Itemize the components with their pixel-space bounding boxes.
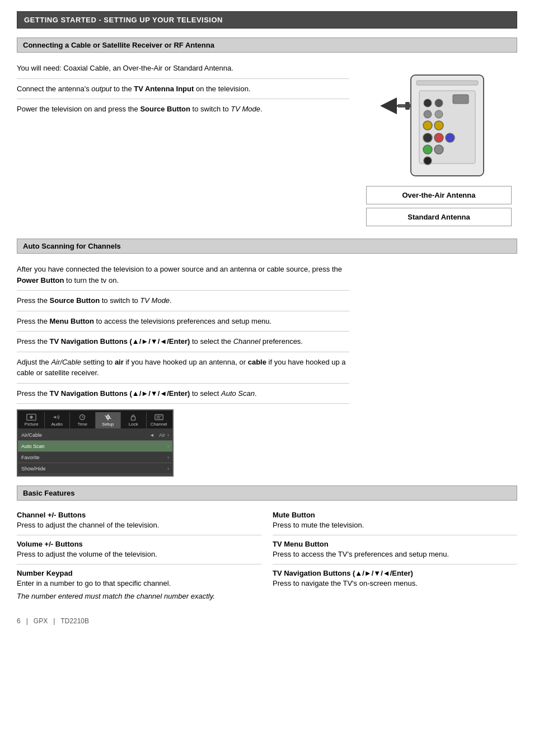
menu-tabs-row: Picture Audio [18, 410, 172, 428]
menu-row-autoscan: Auto Scan › [18, 441, 172, 452]
svg-point-7 [435, 99, 443, 107]
auto-scan-para-2: Press the Source Button to switch to TV … [17, 291, 349, 311]
feature-nav-buttons: TV Navigation Buttons (▲/►/▼/◄/Enter) Pr… [273, 564, 517, 593]
auto-scan-content: After you have connected the television … [17, 259, 517, 477]
svg-marker-0 [380, 97, 397, 114]
connecting-para-3: Power the television on and press the So… [17, 99, 349, 119]
svg-point-11 [434, 121, 443, 130]
svg-point-21 [30, 416, 33, 418]
features-grid: Channel +/- Buttons Press to adjust the … [17, 506, 517, 606]
feature-number-keypad: Number Keypad Enter in a number to go to… [17, 564, 261, 605]
auto-scan-para-4: Press the TV Navigation Buttons (▲/►/▼/◄… [17, 332, 349, 352]
auto-scan-header: Auto Scanning for Channels [17, 239, 517, 254]
tv-illustration [366, 58, 512, 181]
menu-tab-audio: Audio [45, 412, 71, 428]
svg-point-12 [423, 133, 432, 142]
menu-tab-channel: Channel [147, 412, 172, 428]
svg-point-15 [423, 145, 432, 154]
feature-mute-button: Mute Button Press to mute the television… [273, 506, 517, 535]
menu-row-favorite: Favorite › [18, 452, 172, 463]
svg-line-29 [105, 416, 106, 416]
page-footer: 6 | GPX | TD2210B [17, 617, 517, 625]
auto-scan-para-1: After you have connected the television … [17, 259, 349, 291]
svg-point-16 [434, 145, 443, 154]
menu-tab-time: Time [70, 412, 96, 428]
auto-scan-para-5: Adjust the Air/Cable setting to air if y… [17, 352, 349, 384]
basic-features-header: Basic Features [17, 486, 517, 501]
antenna-labels: Over-the-Air Antenna Standard Antenna [366, 186, 512, 230]
menu-screenshot: Picture Audio [17, 409, 174, 477]
connecting-content: You will need: Coaxial Cable, an Over-th… [17, 58, 517, 230]
svg-point-6 [424, 99, 432, 107]
feature-channel-buttons: Channel +/- Buttons Press to adjust the … [17, 506, 261, 535]
svg-rect-31 [132, 417, 135, 420]
auto-scan-section: Auto Scanning for Channels After you hav… [17, 239, 517, 477]
connecting-right: Over-the-Air Antenna Standard Antenna [360, 58, 517, 230]
svg-point-14 [446, 133, 455, 142]
connecting-para-1: You will need: Coaxial Cable, an Over-th… [17, 58, 349, 79]
svg-line-30 [110, 418, 111, 418]
auto-scan-para-6: Press the TV Navigation Buttons (▲/►/▼/◄… [17, 384, 349, 404]
menu-tab-lock: Lock [121, 412, 147, 428]
over-air-antenna-label: Over-the-Air Antenna [366, 186, 512, 204]
feature-volume-buttons: Volume +/- Buttons Press to adjust the v… [17, 535, 261, 564]
auto-scan-left: After you have connected the television … [17, 259, 349, 477]
standard-antenna-label: Standard Antenna [366, 208, 512, 226]
svg-rect-3 [416, 81, 478, 85]
menu-tab-picture: Picture [19, 412, 45, 428]
svg-point-8 [424, 110, 432, 118]
features-left-col: Channel +/- Buttons Press to adjust the … [17, 506, 273, 606]
auto-scan-para-3: Press the Menu Button to access the tele… [17, 311, 349, 332]
auto-scan-right-spacer [360, 259, 517, 477]
svg-point-10 [423, 121, 432, 130]
connecting-section: Connecting a Cable or Satellite Receiver… [17, 38, 517, 230]
menu-tab-setup: Setup [96, 412, 121, 428]
features-right-col: Mute Button Press to mute the television… [273, 506, 517, 606]
svg-rect-5 [453, 95, 469, 104]
svg-rect-19 [405, 102, 410, 110]
menu-rows: Air/Cable ◄ Air › Auto Scan › Favorite › [18, 428, 172, 475]
svg-point-9 [435, 110, 443, 118]
svg-point-13 [434, 133, 443, 142]
connecting-para-2: Connect the antenna's output to the TV A… [17, 79, 349, 100]
feature-tv-menu-button: TV Menu Button Press to access the TV's … [273, 535, 517, 564]
svg-point-26 [107, 417, 109, 418]
basic-features-section: Basic Features Channel +/- Buttons Press… [17, 486, 517, 606]
svg-point-17 [424, 157, 432, 165]
menu-row-showhide: Show/Hide › [18, 463, 172, 474]
connecting-section-header: Connecting a Cable or Satellite Receiver… [17, 38, 517, 53]
connecting-left: You will need: Coaxial Cable, an Over-th… [17, 58, 349, 230]
page-header: GETTING STARTED - SETTING UP YOUR TELEVI… [17, 11, 517, 29]
menu-row-aircable: Air/Cable ◄ Air › [18, 430, 172, 441]
